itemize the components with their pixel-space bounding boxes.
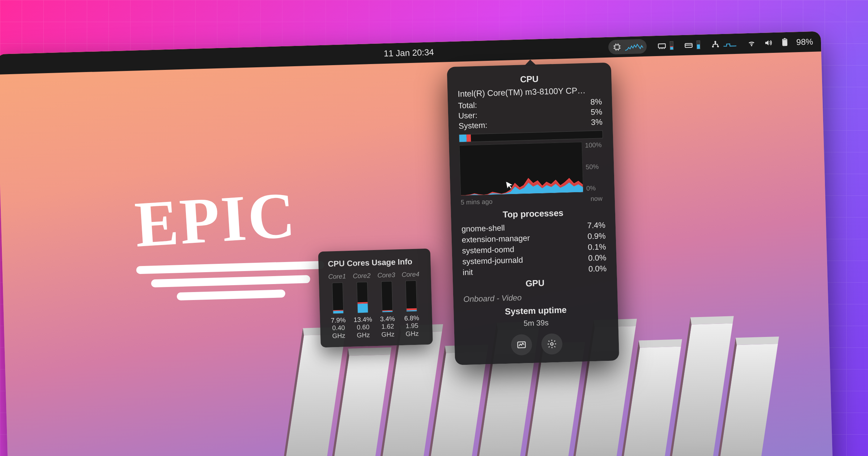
battery-icon <box>779 37 790 48</box>
core-usage-bar <box>357 282 368 313</box>
network-indicator[interactable] <box>710 39 737 50</box>
process-name: systemd-journald <box>462 256 523 267</box>
cpu-cores-tooltip: CPU Cores Usage Info Core1 7.9% 0.40GHz … <box>318 249 433 348</box>
clock[interactable]: 11 Jan 20:34 <box>384 47 434 59</box>
process-name: gnome-shell <box>461 223 505 234</box>
core-label: Core4 <box>401 271 420 279</box>
gpu-name: Onboard - Video <box>453 289 618 306</box>
core-usage-bar <box>381 281 393 313</box>
topbar-right-group: 98% <box>608 34 813 55</box>
cpu-graph-wrap: 100% 50% 0% <box>459 141 605 196</box>
cpu-chip-icon <box>612 42 622 52</box>
core-column: Core3 3.4% 1.62GHz <box>377 271 397 338</box>
core-usage-bar <box>332 283 344 314</box>
process-name: systemd-oomd <box>462 245 514 256</box>
core-column: Core2 13.4% 0.60GHz <box>352 272 373 339</box>
core-label: Core3 <box>377 271 395 279</box>
cpu-indicator-pill[interactable] <box>608 39 647 55</box>
cores-title: CPU Cores Usage Info <box>328 257 421 269</box>
memory-bar <box>670 41 674 50</box>
uptime-title: System uptime <box>454 303 618 318</box>
svg-rect-1 <box>658 44 665 48</box>
cpu-section-title: CPU <box>447 72 612 87</box>
network-icon <box>710 39 721 50</box>
cpu-mini-graph <box>625 42 643 51</box>
graph-y-labels: 100% 50% 0% <box>582 141 604 193</box>
gpu-section-title: GPU <box>453 276 617 291</box>
cpu-usage-bar <box>459 130 603 142</box>
core-column: Core1 7.9% 0.40GHz <box>328 273 348 340</box>
svg-point-5 <box>717 46 719 47</box>
top-processes-title: Top processes <box>451 206 616 221</box>
cpu-model-name: Intel(R) Core(TM) m3-8100Y CP… <box>447 85 612 100</box>
process-pct: 0.0% <box>588 264 607 274</box>
graph-time-end: now <box>590 195 603 203</box>
net-mini-graph <box>723 39 737 48</box>
disk-indicator[interactable] <box>684 40 701 50</box>
desktop-window: 11 Jan 20:34 <box>0 31 833 456</box>
core-pct: 3.4% <box>380 315 395 323</box>
process-pct: 0.9% <box>587 231 606 241</box>
svg-point-4 <box>712 46 714 47</box>
core-pct: 6.8% <box>404 314 420 322</box>
core-usage-bar <box>405 280 417 312</box>
system-monitor-popover: CPU Intel(R) Core(TM) m3-8100Y CP… Total… <box>447 63 619 365</box>
core-freq: 1.62GHz <box>381 323 395 339</box>
graph-time-start: 5 mins ago <box>461 198 493 206</box>
process-pct: 0.1% <box>588 242 606 252</box>
system-status-area[interactable]: 98% <box>746 37 813 48</box>
process-pct: 7.4% <box>587 220 605 230</box>
disk-icon <box>684 40 694 50</box>
svg-rect-0 <box>615 45 619 49</box>
memory-icon <box>657 41 667 51</box>
process-pct: 0.0% <box>588 253 607 263</box>
memory-indicator[interactable] <box>657 41 674 51</box>
svg-rect-7 <box>783 40 786 45</box>
process-name: init <box>463 267 473 277</box>
battery-percent: 98% <box>796 37 813 47</box>
core-freq: 0.40GHz <box>332 324 345 340</box>
svg-point-3 <box>714 41 716 43</box>
cpu-history-graph <box>459 142 584 196</box>
epic-underlines <box>136 255 325 301</box>
epic-wordart: EPIC <box>133 177 298 262</box>
wifi-icon <box>746 38 757 48</box>
disk-bar <box>697 41 701 49</box>
process-name: extension-manager <box>461 233 530 245</box>
core-pct: 7.9% <box>331 316 346 324</box>
core-label: Core2 <box>353 272 371 280</box>
open-system-monitor-button[interactable] <box>511 334 532 356</box>
volume-icon <box>763 38 774 48</box>
core-column: Core4 6.8% 1.95GHz <box>401 271 421 338</box>
core-pct: 13.4% <box>354 316 373 324</box>
svg-point-11 <box>550 343 553 345</box>
uptime-value: 5m 39s <box>454 316 618 330</box>
core-label: Core1 <box>328 273 346 280</box>
core-freq: 1.95GHz <box>405 322 419 338</box>
preferences-button[interactable] <box>541 333 563 355</box>
core-freq: 0.60GHz <box>357 323 370 339</box>
